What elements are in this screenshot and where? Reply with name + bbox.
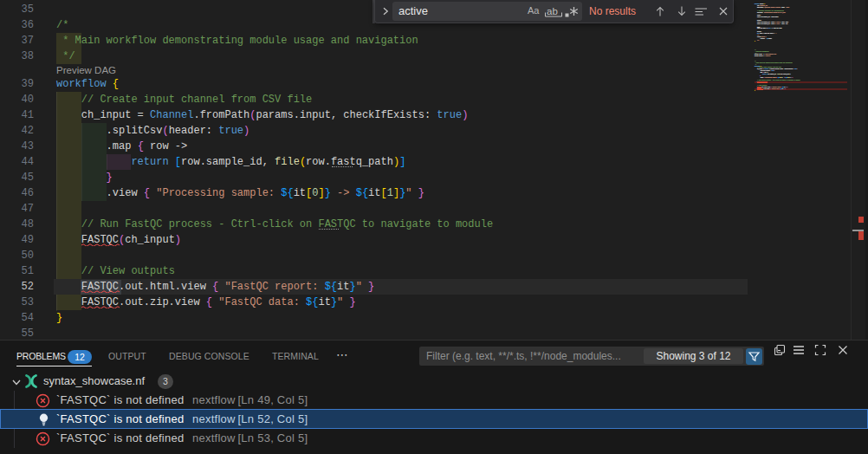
svg-text:ab: ab [547, 5, 558, 16]
